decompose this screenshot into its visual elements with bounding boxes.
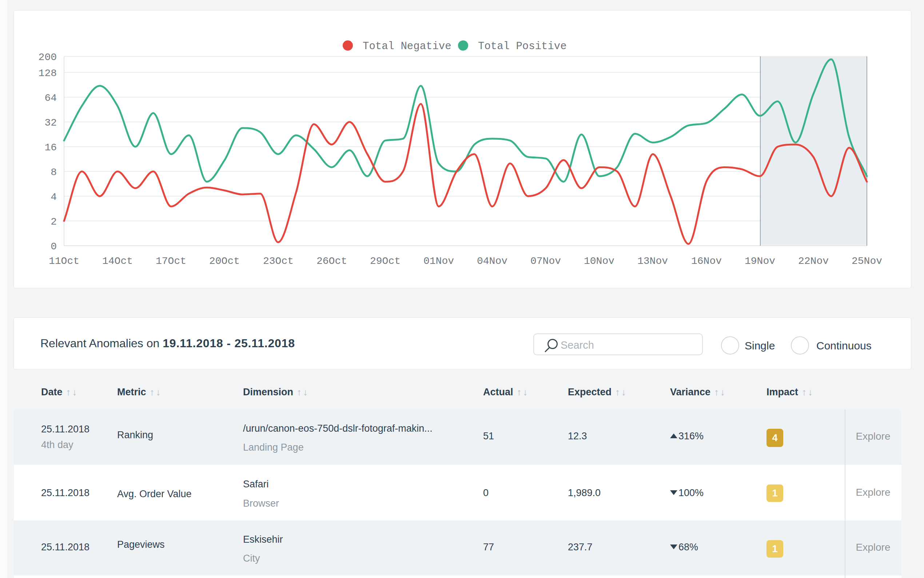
svg-text:13Nov: 13Nov (638, 255, 668, 267)
svg-text:26Oct: 26Oct (317, 255, 347, 267)
svg-text:0: 0 (50, 241, 57, 252)
svg-text:04Nov: 04Nov (477, 255, 508, 267)
svg-text:64: 64 (44, 93, 57, 104)
svg-text:8: 8 (50, 167, 57, 178)
svg-text:Total Negative: Total Negative (363, 41, 451, 52)
svg-text:25Nov: 25Nov (851, 255, 882, 267)
svg-text:01Nov: 01Nov (424, 255, 454, 267)
svg-text:14Oct: 14Oct (102, 255, 133, 267)
svg-text:128: 128 (39, 68, 57, 79)
svg-text:07Nov: 07Nov (531, 255, 561, 267)
svg-text:22Nov: 22Nov (798, 255, 829, 267)
svg-text:20Oct: 20Oct (209, 255, 240, 267)
svg-text:10Nov: 10Nov (584, 255, 615, 267)
svg-text:2: 2 (50, 216, 57, 227)
svg-text:Total Positive: Total Positive (478, 41, 567, 52)
svg-text:32: 32 (44, 117, 57, 128)
svg-text:17Oct: 17Oct (156, 255, 186, 267)
svg-text:16Nov: 16Nov (691, 255, 722, 267)
svg-text:11Oct: 11Oct (49, 255, 79, 267)
svg-text:19Nov: 19Nov (744, 255, 775, 267)
svg-text:16: 16 (44, 142, 57, 153)
svg-text:4: 4 (50, 192, 57, 203)
svg-text:29Oct: 29Oct (370, 255, 401, 267)
svg-text:23Oct: 23Oct (263, 255, 294, 267)
svg-text:200: 200 (39, 52, 57, 63)
